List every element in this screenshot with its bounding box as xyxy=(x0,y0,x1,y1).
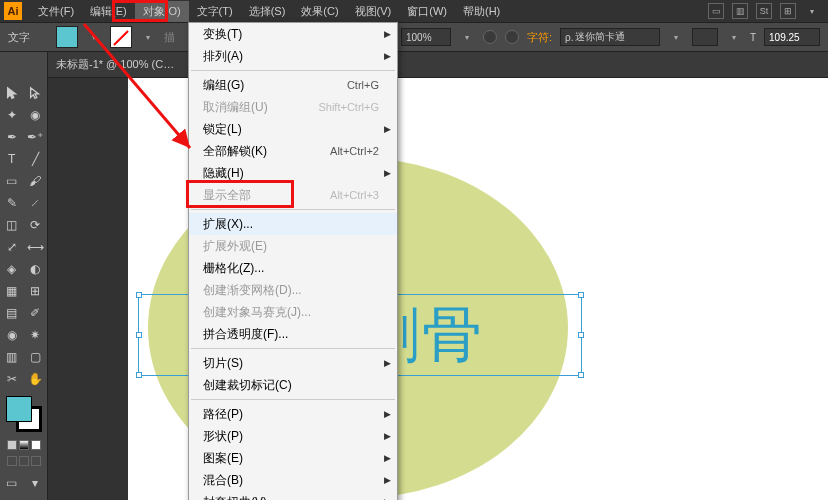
width-tool[interactable]: ⟷ xyxy=(24,236,48,258)
shape-builder-tool[interactable]: ◐ xyxy=(24,258,48,280)
pen-tool[interactable]: ✒ xyxy=(0,126,24,148)
handle-tl[interactable] xyxy=(136,292,142,298)
object-menu-dropdown: 变换(T)▶排列(A)▶编组(G)Ctrl+G取消编组(U)Shift+Ctrl… xyxy=(188,22,398,500)
menu-item-P[interactable]: 形状(P)▶ xyxy=(189,425,397,447)
font-size-input[interactable]: 109.25 xyxy=(764,28,820,46)
document-tab[interactable]: 未标题-1* @ 100% (C… xyxy=(48,52,828,78)
direct-select-tool[interactable] xyxy=(24,82,48,104)
menu-type[interactable]: 文字(T) xyxy=(189,1,241,22)
handle-br[interactable] xyxy=(578,372,584,378)
rotate-tool[interactable]: ⟳ xyxy=(24,214,48,236)
zoom-dropdown-icon[interactable]: ▾ xyxy=(459,29,475,45)
perspective-tool[interactable]: ▦ xyxy=(0,280,24,302)
gradient-mode-icon[interactable] xyxy=(19,440,29,450)
doc-setup-icon[interactable]: St xyxy=(756,3,772,19)
tool-panel: ✦◉ ✒✒⁺ T╱ ▭🖌 ✎⟋ ◫⟳ ⤢⟷ ◈◐ ▦⊞ ▤✐ ◉✷ ▥▢ ✂✋ … xyxy=(0,52,48,500)
font-dropdown-icon[interactable]: ▾ xyxy=(668,29,684,45)
menu-item-H[interactable]: 隐藏(H)▶ xyxy=(189,162,397,184)
arrange-icon[interactable]: ⊞ xyxy=(780,3,796,19)
menu-item-J: 创建对象马赛克(J)... xyxy=(189,301,397,323)
menu-item-B[interactable]: 混合(B)▶ xyxy=(189,469,397,491)
color-swatches[interactable] xyxy=(6,396,42,432)
menubar: Ai 文件(F) 编辑(E) 对象(O) 文字(T) 选择(S) 效果(C) 视… xyxy=(0,0,828,22)
menu-item-C[interactable]: 创建裁切标记(C) xyxy=(189,374,397,396)
menu-item-Z[interactable]: 栅格化(Z)... xyxy=(189,257,397,279)
tool-name-label: 文字 xyxy=(8,30,30,45)
paintbrush-tool[interactable]: 🖌 xyxy=(24,170,48,192)
arrange-dropdown-icon[interactable]: ▾ xyxy=(804,3,820,19)
screen-mode-dropdown[interactable]: ▾ xyxy=(24,472,48,494)
menu-window[interactable]: 窗口(W) xyxy=(399,1,455,22)
layout-icon[interactable]: ▭ xyxy=(708,3,724,19)
handle-mr[interactable] xyxy=(578,332,584,338)
none-mode-icon[interactable] xyxy=(31,440,41,450)
eraser-tool[interactable]: ◫ xyxy=(0,214,24,236)
handle-bl[interactable] xyxy=(136,372,142,378)
menu-select[interactable]: 选择(S) xyxy=(241,1,294,22)
document-area: 未标题-1* @ 100% (C… 冰霜刺骨 xyxy=(48,52,828,500)
menu-item-E: 扩展外观(E) xyxy=(189,235,397,257)
menu-item-P[interactable]: 路径(P)▶ xyxy=(189,403,397,425)
blend-tool[interactable]: ◉ xyxy=(0,324,24,346)
menu-item-U: 取消编组(U)Shift+Ctrl+G xyxy=(189,96,397,118)
fill-color[interactable] xyxy=(6,396,32,422)
artboard-tool[interactable]: ▢ xyxy=(24,346,48,368)
fill-dropdown-icon[interactable]: ▾ xyxy=(86,29,102,45)
menu-item-V[interactable]: 封套扭曲(V)▶ xyxy=(189,491,397,500)
menu-item-F[interactable]: 拼合透明度(F)... xyxy=(189,323,397,345)
menu-edit[interactable]: 编辑(E) xyxy=(82,1,135,22)
zoom-input[interactable]: 100% xyxy=(401,28,451,46)
free-transform-tool[interactable]: ◈ xyxy=(0,258,24,280)
menu-item-D: 创建渐变网格(D)... xyxy=(189,279,397,301)
menu-item-T[interactable]: 变换(T)▶ xyxy=(189,23,397,45)
menu-item-S[interactable]: 切片(S)▶ xyxy=(189,352,397,374)
menu-item-X[interactable]: 扩展(X)... xyxy=(189,213,397,235)
menu-item-E[interactable]: 图案(E)▶ xyxy=(189,447,397,469)
hand-tool[interactable]: ✋ xyxy=(24,368,48,390)
line-tool[interactable]: ╱ xyxy=(24,148,48,170)
graph-tool[interactable]: ▥ xyxy=(0,346,24,368)
menu-effect[interactable]: 效果(C) xyxy=(293,1,346,22)
menu-file[interactable]: 文件(F) xyxy=(30,1,82,22)
menu-item-L[interactable]: 锁定(L)▶ xyxy=(189,118,397,140)
gradient-tool[interactable]: ▤ xyxy=(0,302,24,324)
menu-item-G[interactable]: 编组(G)Ctrl+G xyxy=(189,74,397,96)
pencil-tool[interactable]: ✎ xyxy=(0,192,24,214)
draw-normal-icon[interactable] xyxy=(7,456,17,466)
scale-tool[interactable]: ⤢ xyxy=(0,236,24,258)
symbol-sprayer-tool[interactable]: ✷ xyxy=(24,324,48,346)
color-mode-icon[interactable] xyxy=(7,440,17,450)
add-anchor-tool[interactable]: ✒⁺ xyxy=(24,126,48,148)
draw-behind-icon[interactable] xyxy=(19,456,29,466)
menu-object[interactable]: 对象(O) xyxy=(135,1,189,22)
type-tool[interactable]: T xyxy=(0,148,24,170)
selection-tool[interactable] xyxy=(0,82,24,104)
proof-btn[interactable] xyxy=(483,30,497,44)
workspace: ✦◉ ✒✒⁺ T╱ ▭🖌 ✎⟋ ◫⟳ ⤢⟷ ◈◐ ▦⊞ ▤✐ ◉✷ ▥▢ ✂✋ … xyxy=(0,52,828,500)
ai-logo: Ai xyxy=(4,2,22,20)
eyedropper-tool[interactable]: ✐ xyxy=(24,302,48,324)
fontstyle-dropdown-icon[interactable]: ▾ xyxy=(726,29,742,45)
screen-mode-tool[interactable]: ▭ xyxy=(0,472,24,494)
slice-tool[interactable]: ✂ xyxy=(0,368,24,390)
menu-help[interactable]: 帮助(H) xyxy=(455,1,508,22)
magic-wand-tool[interactable]: ✦ xyxy=(0,104,24,126)
draw-inside-icon[interactable] xyxy=(31,456,41,466)
handle-ml[interactable] xyxy=(136,332,142,338)
mesh-tool[interactable]: ⊞ xyxy=(24,280,48,302)
blob-brush-tool[interactable]: ⟋ xyxy=(24,192,48,214)
menu-item-K[interactable]: 全部解锁(K)Alt+Ctrl+2 xyxy=(189,140,397,162)
lasso-tool[interactable]: ◉ xyxy=(24,104,48,126)
fill-swatch[interactable] xyxy=(56,26,78,48)
menu-view[interactable]: 视图(V) xyxy=(347,1,400,22)
proof2-btn[interactable] xyxy=(505,30,519,44)
stroke-label: 描 xyxy=(164,30,175,45)
layout2-icon[interactable]: ▥ xyxy=(732,3,748,19)
menu-item-A[interactable]: 排列(A)▶ xyxy=(189,45,397,67)
handle-tr[interactable] xyxy=(578,292,584,298)
font-family-input[interactable]: ρ.迷你简卡通 xyxy=(560,28,660,46)
font-style-input[interactable] xyxy=(692,28,718,46)
rectangle-tool[interactable]: ▭ xyxy=(0,170,24,192)
stroke-dropdown-icon[interactable]: ▾ xyxy=(140,29,156,45)
stroke-swatch[interactable] xyxy=(110,26,132,48)
